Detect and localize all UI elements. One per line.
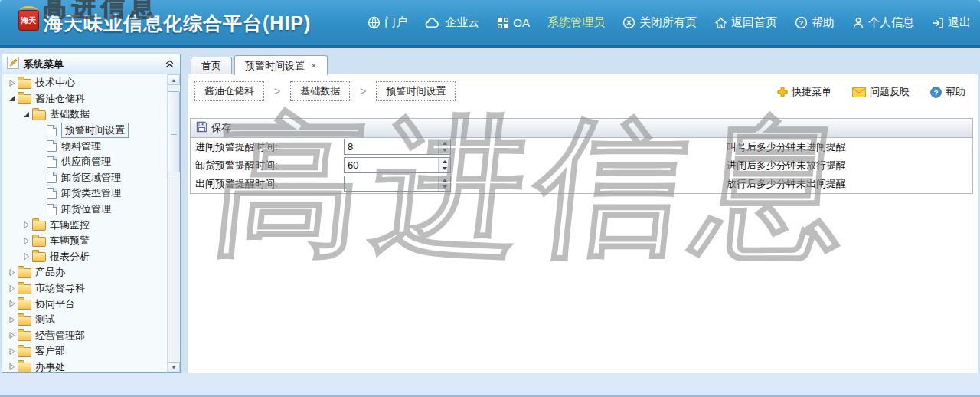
spinner-down-icon[interactable] [439, 147, 450, 155]
tree-collapsed-icon[interactable] [6, 285, 18, 292]
tab-close-icon[interactable]: × [311, 61, 317, 71]
tab-label: 首页 [201, 59, 221, 73]
nav-logout-label: 退出 [948, 15, 971, 30]
field-input-wrap [344, 157, 451, 173]
tree-item[interactable]: 酱油仓储科 [2, 91, 168, 107]
tab-bar: 首页预警时间设置× [188, 54, 978, 74]
save-button[interactable]: 保存 [196, 121, 231, 135]
breadcrumb-item[interactable]: 预警时间设置 [376, 81, 456, 101]
nav-home[interactable]: 返回首页 [714, 15, 777, 30]
field-label: 出闸预警提醒时间: [195, 175, 278, 193]
tree-expanded-icon[interactable] [6, 95, 18, 102]
folder-icon [18, 347, 31, 357]
field-input[interactable] [344, 139, 451, 155]
tree-item[interactable]: 市场督导科 [2, 281, 168, 297]
nav-profile[interactable]: 个人信息 [852, 15, 914, 30]
scroll-thumb[interactable] [168, 91, 180, 172]
tree-collapsed-icon[interactable] [6, 300, 18, 307]
tree-item[interactable]: 测试 [2, 312, 168, 328]
nav-admin[interactable]: 系统管理员 [547, 15, 605, 30]
tree-item[interactable]: 协同平台 [2, 296, 168, 312]
form-row: 进闸预警提醒时间:叫号后多少分钟未进闸提醒 [191, 138, 972, 156]
breadcrumb-item[interactable]: 基础数据 [290, 81, 350, 101]
nav-cloud[interactable]: 企业云 [425, 15, 479, 30]
field-input-wrap [344, 139, 451, 155]
spinner-up-icon[interactable] [439, 158, 450, 166]
breadcrumb-separator: > [360, 85, 366, 97]
tree-item[interactable]: 技术中心 [2, 75, 168, 91]
nav-profile-label: 个人信息 [868, 15, 914, 30]
sidebar: 系统菜单 技术中心酱油仓储科基础数据预警时间设置物料管理供应商管理卸货区域管理卸… [2, 54, 181, 373]
tree-collapsed-icon[interactable] [6, 332, 18, 339]
tab-warning-time[interactable]: 预警时间设置× [234, 55, 328, 75]
sidebar-header: 系统菜单 [2, 54, 180, 74]
tree-collapsed-icon[interactable] [6, 348, 18, 355]
spinner-up-icon[interactable] [439, 139, 450, 147]
header-nav: 门户企业云OA系统管理员关闭所有页返回首页?帮助个人信息退出 [368, 0, 971, 45]
question-circle-icon: ? [795, 16, 808, 29]
action-help[interactable]: ?帮助 [930, 85, 965, 99]
spinner-up-icon[interactable] [439, 176, 450, 184]
folder-icon [32, 237, 46, 247]
tree-collapsed-icon[interactable] [21, 253, 32, 260]
tree-collapsed-icon[interactable] [21, 238, 32, 244]
tree-item[interactable]: 车辆预警 [2, 233, 168, 249]
nav-portal-label: 门户 [384, 15, 407, 30]
form-row: 卸货预警提醒时间:进闸后多少分钟未放行提醒 [191, 156, 972, 175]
tree-collapsed-icon[interactable] [6, 317, 18, 323]
logo-text: 海天 [21, 15, 37, 26]
tree-item[interactable]: 报表分析 [2, 249, 168, 265]
breadcrumb-item[interactable]: 酱油仓储科 [194, 81, 264, 101]
sidebar-scrollbar[interactable]: ▲ ▼ [167, 74, 180, 372]
scroll-up-icon[interactable]: ▲ [168, 74, 180, 85]
nav-help[interactable]: ?帮助 [795, 15, 835, 30]
nav-cloud-label: 企业云 [445, 15, 479, 30]
tree-item-label: 技术中心 [35, 76, 75, 90]
tree-item[interactable]: 办事处 [2, 359, 168, 372]
tree-item[interactable]: 卸货区域管理 [2, 170, 168, 186]
tree-item[interactable]: 供应商管理 [2, 154, 168, 170]
folder-icon [32, 252, 46, 262]
tree-item[interactable]: 物料管理 [2, 138, 168, 154]
folder-icon [18, 94, 31, 104]
tree-item[interactable]: 车辆监控 [2, 217, 168, 233]
field-label: 进闸预警提醒时间: [195, 138, 278, 156]
tree-item[interactable]: 预警时间设置 [2, 123, 168, 139]
tree-collapsed-icon[interactable] [6, 269, 18, 276]
tree-collapsed-icon[interactable] [6, 363, 18, 370]
nav-close-all[interactable]: 关闭所有页 [622, 15, 697, 30]
tree-item[interactable]: 经营管理部 [2, 328, 168, 344]
nav-portal[interactable]: 门户 [368, 15, 407, 30]
tree-item-label: 经营管理部 [35, 329, 85, 343]
tree-collapsed-icon[interactable] [6, 80, 18, 87]
tab-home[interactable]: 首页 [191, 57, 232, 74]
tree-item[interactable]: 产品办 [2, 264, 168, 281]
document-icon [47, 125, 57, 136]
nav-logout[interactable]: 退出 [932, 15, 971, 30]
spinner [438, 176, 450, 191]
tree-item[interactable]: 客户部 [2, 343, 168, 359]
scroll-down-icon[interactable]: ▼ [168, 362, 180, 372]
field-input[interactable] [344, 176, 451, 192]
spinner-down-icon[interactable] [439, 184, 450, 192]
logout-icon [932, 17, 944, 29]
save-icon [196, 121, 207, 135]
spinner-down-icon[interactable] [439, 166, 450, 173]
settings-panel: 保存 进闸预警提醒时间:叫号后多少分钟未进闸提醒卸货预警提醒时间:进闸后多少分钟… [190, 118, 973, 194]
folder-icon [18, 79, 31, 89]
tree-item-label: 办事处 [35, 360, 65, 372]
collapse-sidebar-icon[interactable] [165, 60, 175, 68]
tree-item[interactable]: 卸货位管理 [2, 202, 168, 218]
app-title: 海天味业信息化综合平台(HIP) [44, 11, 311, 36]
action-quick-menu[interactable]: 快捷菜单 [777, 85, 831, 99]
tree-item[interactable]: 基础数据 [2, 107, 168, 123]
action-feedback[interactable]: 问题反映 [852, 85, 910, 99]
field-input[interactable] [344, 157, 451, 173]
tree-item[interactable]: 卸货类型管理 [2, 185, 168, 202]
document-icon [47, 140, 57, 152]
nav-oa[interactable]: OA [497, 16, 530, 29]
tree-expanded-icon[interactable] [21, 111, 32, 118]
close-circle-icon [622, 16, 635, 29]
tree-collapsed-icon[interactable] [21, 221, 32, 228]
tree-item-label: 卸货区域管理 [61, 171, 121, 185]
